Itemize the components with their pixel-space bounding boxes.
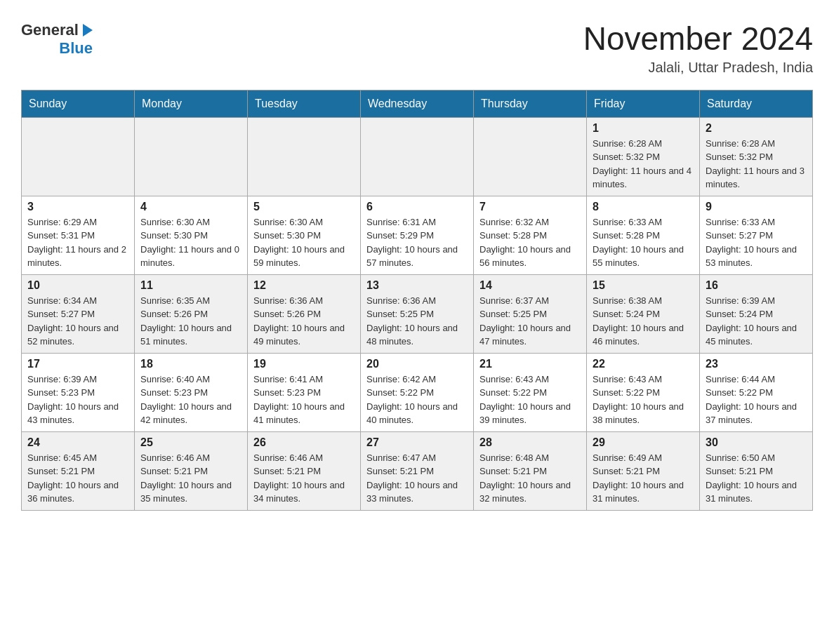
calendar-cell: 1Sunrise: 6:28 AMSunset: 5:32 PMDaylight… [587,117,700,196]
day-number: 25 [140,436,241,449]
day-info: Sunrise: 6:28 AMSunset: 5:32 PMDaylight:… [593,137,694,192]
calendar-cell: 24Sunrise: 6:45 AMSunset: 5:21 PMDayligh… [22,431,135,510]
day-info: Sunrise: 6:36 AMSunset: 5:26 PMDaylight:… [253,294,355,349]
calendar-week-row: 3Sunrise: 6:29 AMSunset: 5:31 PMDaylight… [22,196,813,274]
calendar-cell: 25Sunrise: 6:46 AMSunset: 5:21 PMDayligh… [135,431,248,510]
calendar-cell [474,117,587,196]
day-number: 3 [27,201,128,213]
calendar-cell [248,117,361,196]
calendar-cell: 9Sunrise: 6:33 AMSunset: 5:27 PMDaylight… [700,196,813,274]
day-number: 18 [140,358,241,370]
svg-marker-0 [83,24,93,36]
calendar-cell: 27Sunrise: 6:47 AMSunset: 5:21 PMDayligh… [361,431,474,510]
day-info: Sunrise: 6:38 AMSunset: 5:24 PMDaylight:… [593,294,694,349]
day-number: 30 [706,436,807,449]
day-number: 17 [27,358,128,370]
calendar-cell: 26Sunrise: 6:46 AMSunset: 5:21 PMDayligh… [248,431,361,510]
day-info: Sunrise: 6:39 AMSunset: 5:23 PMDaylight:… [27,373,128,427]
logo-general-text: General [21,21,79,39]
calendar-week-row: 17Sunrise: 6:39 AMSunset: 5:23 PMDayligh… [22,353,813,431]
day-number: 5 [253,201,355,213]
day-number: 20 [366,358,468,370]
day-number: 29 [593,436,694,449]
calendar-cell: 8Sunrise: 6:33 AMSunset: 5:28 PMDaylight… [587,196,700,274]
calendar-cell: 23Sunrise: 6:44 AMSunset: 5:22 PMDayligh… [700,353,813,431]
day-info: Sunrise: 6:47 AMSunset: 5:21 PMDaylight:… [366,451,468,506]
day-number: 16 [706,279,807,292]
day-number: 13 [366,279,468,292]
day-info: Sunrise: 6:46 AMSunset: 5:21 PMDaylight:… [140,451,241,506]
day-info: Sunrise: 6:42 AMSunset: 5:22 PMDaylight:… [366,373,468,427]
day-info: Sunrise: 6:30 AMSunset: 5:30 PMDaylight:… [253,215,355,270]
day-info: Sunrise: 6:33 AMSunset: 5:28 PMDaylight:… [593,215,694,270]
calendar-cell: 22Sunrise: 6:43 AMSunset: 5:22 PMDayligh… [587,353,700,431]
day-info: Sunrise: 6:43 AMSunset: 5:22 PMDaylight:… [479,373,581,427]
day-info: Sunrise: 6:30 AMSunset: 5:30 PMDaylight:… [140,215,241,270]
calendar-header-wednesday: Wednesday [361,90,474,117]
calendar-cell: 28Sunrise: 6:48 AMSunset: 5:21 PMDayligh… [474,431,587,510]
day-info: Sunrise: 6:28 AMSunset: 5:32 PMDaylight:… [706,137,807,192]
calendar-header-thursday: Thursday [474,90,587,117]
day-number: 9 [706,201,807,213]
calendar-cell: 29Sunrise: 6:49 AMSunset: 5:21 PMDayligh… [587,431,700,510]
calendar-cell: 17Sunrise: 6:39 AMSunset: 5:23 PMDayligh… [22,353,135,431]
day-number: 2 [706,122,807,135]
calendar-cell: 4Sunrise: 6:30 AMSunset: 5:30 PMDaylight… [135,196,248,274]
month-title: November 2024 [583,21,813,57]
day-info: Sunrise: 6:37 AMSunset: 5:25 PMDaylight:… [479,294,581,349]
logo: General Blue [21,21,95,58]
day-number: 1 [593,122,694,135]
day-info: Sunrise: 6:44 AMSunset: 5:22 PMDaylight:… [706,373,807,427]
calendar-header-saturday: Saturday [700,90,813,117]
logo-blue-text: Blue [59,39,93,58]
calendar-cell: 12Sunrise: 6:36 AMSunset: 5:26 PMDayligh… [248,274,361,353]
calendar-cell: 15Sunrise: 6:38 AMSunset: 5:24 PMDayligh… [587,274,700,353]
calendar-cell [22,117,135,196]
day-info: Sunrise: 6:36 AMSunset: 5:25 PMDaylight:… [366,294,468,349]
day-number: 28 [479,436,581,449]
day-info: Sunrise: 6:40 AMSunset: 5:23 PMDaylight:… [140,373,241,427]
calendar-cell: 10Sunrise: 6:34 AMSunset: 5:27 PMDayligh… [22,274,135,353]
logo-arrow-icon [80,22,95,38]
calendar-cell: 2Sunrise: 6:28 AMSunset: 5:32 PMDaylight… [700,117,813,196]
day-info: Sunrise: 6:48 AMSunset: 5:21 PMDaylight:… [479,451,581,506]
day-number: 4 [140,201,241,213]
calendar-cell: 21Sunrise: 6:43 AMSunset: 5:22 PMDayligh… [474,353,587,431]
day-number: 22 [593,358,694,370]
calendar-cell: 20Sunrise: 6:42 AMSunset: 5:22 PMDayligh… [361,353,474,431]
day-info: Sunrise: 6:35 AMSunset: 5:26 PMDaylight:… [140,294,241,349]
day-number: 24 [27,436,128,449]
day-number: 27 [366,436,468,449]
day-info: Sunrise: 6:46 AMSunset: 5:21 PMDaylight:… [253,451,355,506]
day-info: Sunrise: 6:50 AMSunset: 5:21 PMDaylight:… [706,451,807,506]
calendar-cell [361,117,474,196]
title-section: November 2024 Jalali, Uttar Pradesh, Ind… [583,21,813,76]
day-info: Sunrise: 6:33 AMSunset: 5:27 PMDaylight:… [706,215,807,270]
day-number: 6 [366,201,468,213]
calendar-cell: 7Sunrise: 6:32 AMSunset: 5:28 PMDaylight… [474,196,587,274]
calendar-cell: 5Sunrise: 6:30 AMSunset: 5:30 PMDaylight… [248,196,361,274]
calendar-header-monday: Monday [135,90,248,117]
calendar-header-tuesday: Tuesday [248,90,361,117]
calendar-header-row: SundayMondayTuesdayWednesdayThursdayFrid… [22,90,813,117]
day-number: 7 [479,201,581,213]
day-number: 15 [593,279,694,292]
day-info: Sunrise: 6:45 AMSunset: 5:21 PMDaylight:… [27,451,128,506]
calendar-cell: 13Sunrise: 6:36 AMSunset: 5:25 PMDayligh… [361,274,474,353]
day-number: 14 [479,279,581,292]
day-number: 12 [253,279,355,292]
calendar-cell: 11Sunrise: 6:35 AMSunset: 5:26 PMDayligh… [135,274,248,353]
day-info: Sunrise: 6:29 AMSunset: 5:31 PMDaylight:… [27,215,128,270]
calendar-cell: 18Sunrise: 6:40 AMSunset: 5:23 PMDayligh… [135,353,248,431]
day-info: Sunrise: 6:39 AMSunset: 5:24 PMDaylight:… [706,294,807,349]
day-info: Sunrise: 6:32 AMSunset: 5:28 PMDaylight:… [479,215,581,270]
calendar-cell: 16Sunrise: 6:39 AMSunset: 5:24 PMDayligh… [700,274,813,353]
day-info: Sunrise: 6:43 AMSunset: 5:22 PMDaylight:… [593,373,694,427]
calendar-header-friday: Friday [587,90,700,117]
day-number: 26 [253,436,355,449]
day-number: 19 [253,358,355,370]
calendar-week-row: 10Sunrise: 6:34 AMSunset: 5:27 PMDayligh… [22,274,813,353]
day-number: 10 [27,279,128,292]
calendar-cell: 30Sunrise: 6:50 AMSunset: 5:21 PMDayligh… [700,431,813,510]
calendar-cell: 19Sunrise: 6:41 AMSunset: 5:23 PMDayligh… [248,353,361,431]
